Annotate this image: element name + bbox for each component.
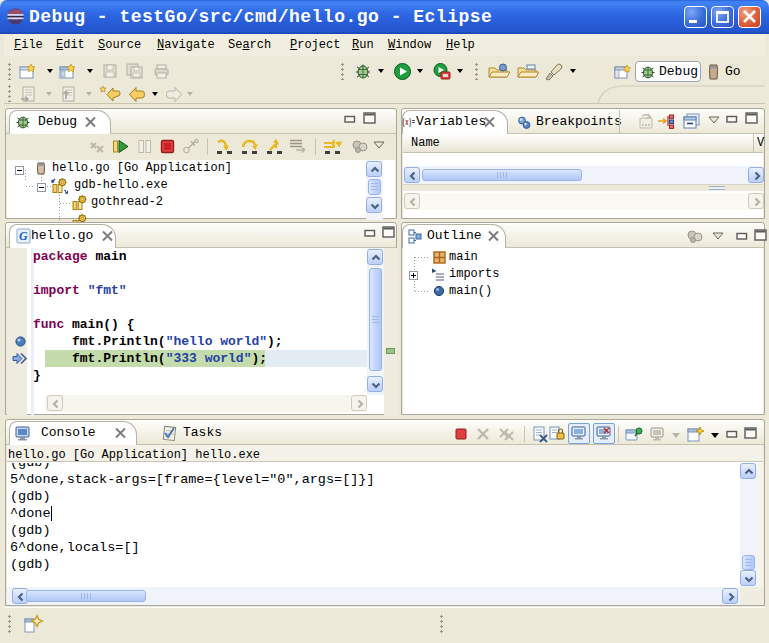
svg-text:G: G — [19, 229, 28, 243]
svg-text:(x)=: (x)= — [402, 118, 415, 128]
